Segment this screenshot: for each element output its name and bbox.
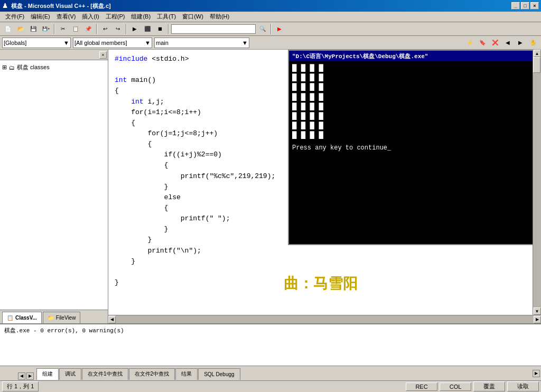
left-panel-header: ×	[0, 50, 108, 60]
function-combo[interactable]: main ▼	[154, 38, 249, 48]
code-and-scrollbar: #include <stdio.h> int main() { int i,j;…	[108, 50, 541, 315]
toolbar-1: 📄 📂 💾 💾+ ✂ 📋 📌 ↩ ↪ ▶ ⬛ ⏹ 🔍 ▶	[0, 22, 541, 36]
output-area: 棋盘.exe - 0 error(s), 0 warning(s)	[0, 323, 541, 366]
tree-item-classes[interactable]: ⊞ 🗂 棋盘 classes	[2, 62, 106, 72]
open-button[interactable]: 📂	[15, 23, 26, 35]
folder-icon: 🗂	[9, 64, 15, 71]
hand-btn[interactable]: ✋	[527, 37, 539, 49]
menu-tools[interactable]: 工具(T)	[154, 12, 179, 22]
menu-file[interactable]: 文件(F)	[2, 12, 27, 22]
class-view-tab[interactable]: 📋 ClassV...	[2, 312, 42, 323]
separator-2	[96, 24, 97, 34]
bottom-tabs-container: ◀ ▶ 组建 调试 在文件1中查找 在文件2中查找 结果 SQL Debugg …	[0, 366, 541, 380]
tab-scroll-right[interactable]: ▶	[26, 372, 34, 380]
left-panel-tabs: 📋 ClassV... 📁 FileView	[0, 310, 108, 323]
status-ovr: 覆盖	[473, 381, 505, 391]
scroll-down-arrow[interactable]: ▼	[534, 307, 541, 315]
menu-insert[interactable]: 插入(I)	[79, 12, 102, 22]
tabs-right-controls: ▶	[241, 370, 541, 377]
menu-build[interactable]: 组建(B)	[128, 12, 154, 22]
console-title-bar: "D:\C语言\MyProjects\棋盘\Debug\棋盘.exe"	[289, 51, 533, 61]
tab-find2[interactable]: 在文件2中查找	[129, 368, 175, 380]
editor-wrapper: × ⊞ 🗂 棋盘 classes 📋 ClassV... 📁 FileView	[0, 50, 541, 323]
panel-close-button[interactable]: ×	[99, 51, 107, 59]
tab-find1[interactable]: 在文件1中查找	[82, 368, 128, 380]
menu-bar: 文件(F) 编辑(E) 查看(V) 插入(I) 工程(P) 组建(B) 工具(T…	[0, 12, 541, 22]
console-window[interactable]: "D:\C语言\MyProjects\棋盘\Debug\棋盘.exe" █ █ …	[288, 50, 533, 245]
scroll-thumb-v[interactable]	[533, 57, 540, 73]
run-button[interactable]: ▶	[274, 23, 285, 35]
horizontal-scrollbar[interactable]: ◀ ▶	[108, 315, 541, 323]
next-btn[interactable]: ▶	[515, 37, 526, 49]
minimize-button[interactable]: _	[511, 2, 520, 10]
tab-area-scroll[interactable]: ▶	[533, 370, 540, 377]
tab-debug[interactable]: 调试	[59, 368, 81, 380]
menu-view[interactable]: 查看(V)	[53, 12, 79, 22]
expand-icon: ⊞	[2, 64, 7, 71]
separator-4	[168, 24, 169, 34]
new-button[interactable]: 📄	[2, 23, 14, 35]
bottom-tabs: ◀ ▶ 组建 调试 在文件1中查找 在文件2中查找 结果 SQL Debugg	[0, 367, 241, 380]
scroll-left-arrow[interactable]: ◀	[108, 316, 116, 323]
status-bar: 行 1，列 1 REC COL 覆盖 读取	[0, 380, 541, 392]
menu-project[interactable]: 工程(P)	[102, 12, 128, 22]
find-button[interactable]: 🔍	[257, 23, 268, 35]
app-window: ♟ 棋盘 - Microsoft Visual C++ - [棋盘.c] _ □…	[0, 0, 541, 392]
class-tree: ⊞ 🗂 棋盘 classes	[0, 60, 108, 310]
debug-button1[interactable]: ▶	[129, 23, 141, 35]
vertical-scrollbar[interactable]: ▲ ▼	[533, 50, 541, 315]
toolbar-2: [Globals] ▼ [All global members] ▼ main …	[0, 36, 541, 50]
maximize-button[interactable]: □	[521, 2, 529, 10]
tab-results[interactable]: 结果	[175, 368, 198, 380]
tab-scroll-left[interactable]: ◀	[18, 372, 25, 380]
scroll-up-arrow[interactable]: ▲	[534, 50, 541, 57]
title-bar-buttons: _ □ ×	[511, 2, 539, 10]
undo-button[interactable]: ↩	[99, 23, 111, 35]
go-btn[interactable]: ⚡	[464, 37, 475, 49]
menu-help[interactable]: 帮助(H)	[207, 12, 232, 22]
title-text: 棋盘 - Microsoft Visual C++ - [棋盘.c]	[11, 2, 511, 10]
editor-container: #include <stdio.h> int main() { int i,j;…	[108, 50, 533, 315]
save-button[interactable]: 💾	[27, 23, 39, 35]
error-btn[interactable]: ❌	[489, 37, 501, 49]
copy-button[interactable]: 📋	[70, 23, 81, 35]
prev-btn[interactable]: ◀	[502, 37, 514, 49]
menu-edit[interactable]: 编辑(E)	[27, 12, 53, 22]
separator-1	[54, 24, 55, 34]
tab-scroll-buttons: ◀ ▶	[16, 372, 36, 380]
globals-combo[interactable]: [Globals] ▼	[2, 38, 71, 48]
title-bar: ♟ 棋盘 - Microsoft Visual C++ - [棋盘.c] _ □…	[0, 0, 541, 12]
scroll-track-v[interactable]	[533, 57, 541, 307]
cut-button[interactable]: ✂	[57, 23, 69, 35]
menu-window[interactable]: 窗口(W)	[179, 12, 207, 22]
scroll-right-arrow[interactable]: ▶	[534, 316, 541, 323]
paste-button[interactable]: 📌	[82, 23, 94, 35]
find-combo[interactable]	[171, 24, 256, 34]
tab-sql[interactable]: SQL Debugg	[198, 368, 240, 380]
status-position: 行 1，列 1	[2, 381, 39, 391]
status-read: 读取	[507, 381, 539, 391]
console-output: █ █ █ █ █ █ █ █ █ █ █ █ █ █ █ █ █ █ █ █ …	[289, 61, 533, 154]
bookmark-btn[interactable]: 🔖	[477, 37, 488, 49]
debug-button2[interactable]: ⬛	[142, 23, 153, 35]
redo-button[interactable]: ↪	[112, 23, 124, 35]
save-all-button[interactable]: 💾+	[40, 23, 52, 35]
separator-3	[126, 24, 127, 34]
fileview-icon: 📁	[48, 315, 54, 321]
file-view-tab[interactable]: 📁 FileView	[43, 312, 81, 323]
watermark: 曲：马雪阳	[284, 274, 358, 294]
close-button[interactable]: ×	[530, 2, 539, 10]
status-rec: REC	[406, 382, 437, 391]
scroll-track-h[interactable]	[116, 315, 534, 323]
console-title-text: "D:\C语言\MyProjects\棋盘\Debug\棋盘.exe"	[292, 52, 428, 60]
output-text: 棋盘.exe - 0 error(s), 0 warning(s)	[0, 324, 541, 337]
left-panel: × ⊞ 🗂 棋盘 classes 📋 ClassV... 📁 FileView	[0, 50, 108, 323]
tab-build[interactable]: 组建	[36, 368, 59, 380]
tree-item-label: 棋盘 classes	[17, 63, 50, 71]
debug-button3[interactable]: ⏹	[154, 23, 166, 35]
press-any-key: Press any key to continue_	[292, 144, 533, 153]
chess-display: █ █ █ █ █ █ █ █ █ █ █ █ █ █ █ █ █ █ █ █ …	[292, 63, 533, 141]
members-combo[interactable]: [All global members] ▼	[73, 38, 152, 48]
separator-5	[270, 24, 272, 34]
classview-icon: 📋	[7, 315, 13, 321]
